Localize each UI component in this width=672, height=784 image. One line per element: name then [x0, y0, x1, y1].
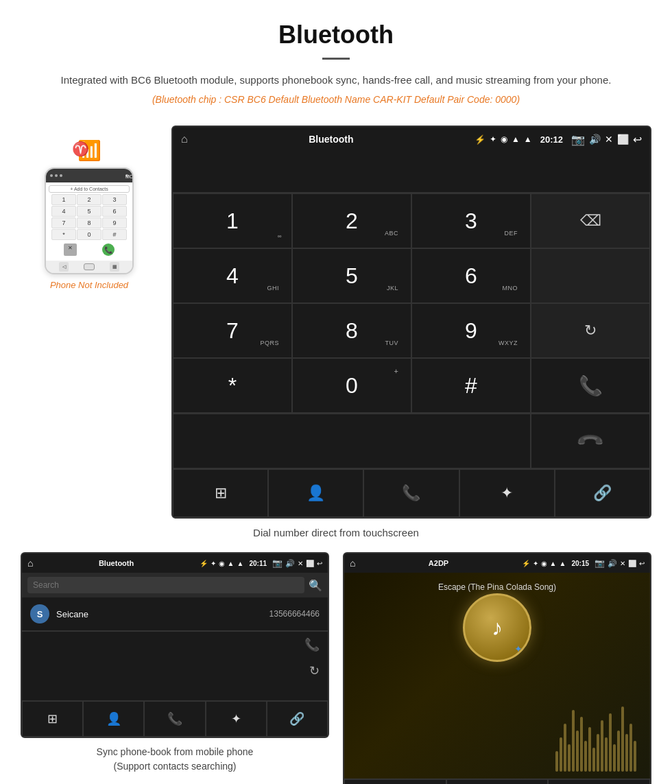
phone-back-btn: ◁	[59, 262, 69, 272]
dial-bottom-link[interactable]: 🔗	[555, 469, 650, 517]
dial-key-hash[interactable]: #	[411, 358, 531, 413]
dial-display-row	[173, 152, 650, 193]
dial-screen: ⌂ Bluetooth ⚡ ✦ ◉ ▲ ▲ 20:12 📷 🔊 ✕ ⬜ ↩ 1 …	[171, 126, 651, 519]
pb-win-icon[interactable]: ⬜	[306, 560, 314, 567]
music-bt-icon: ✦	[533, 560, 538, 567]
phone-key-5: 5	[77, 206, 101, 217]
pb-refresh-icon[interactable]: ↻	[309, 663, 320, 678]
phone-key-1: 1	[51, 194, 76, 205]
dial-key-1[interactable]: 1 ∞	[173, 193, 292, 248]
dial-key-0[interactable]: 0 +	[292, 358, 411, 413]
refresh-icon: ↻	[584, 322, 597, 340]
music-sig-icon: ▲	[550, 560, 557, 567]
dial-key-4[interactable]: 4 GHI	[173, 248, 292, 303]
pb-close-icon[interactable]: ✕	[298, 560, 303, 567]
dial-call-green[interactable]: 📞	[531, 358, 650, 413]
dial-screen-title: Bluetooth	[192, 134, 470, 145]
signal-icon: ▲	[512, 134, 520, 144]
phone-key-9: 9	[102, 217, 127, 228]
pb-bt-icon: ✦	[211, 560, 216, 567]
pb-nav-link[interactable]: 🔗	[267, 701, 328, 737]
call-green-icon: 📞	[579, 375, 603, 397]
pb-home-icon[interactable]: ⌂	[27, 558, 33, 569]
dial-bottom-person[interactable]: 👤	[268, 469, 363, 517]
dialpad-icon: ⊞	[215, 484, 227, 502]
music-close-icon[interactable]: ✕	[620, 560, 625, 567]
dial-key-9[interactable]: 9 WXYZ	[411, 303, 531, 358]
bluetooth-icon: ✦	[501, 484, 513, 502]
dial-key-3[interactable]: 3 DEF	[411, 193, 531, 248]
dial-key-6[interactable]: 6 MNO	[411, 248, 531, 303]
camera-icon[interactable]: 📷	[571, 133, 585, 146]
pb-vol-icon[interactable]: 🔊	[285, 559, 295, 568]
search-icon[interactable]: 🔍	[309, 579, 322, 592]
contact-seicane[interactable]: S Seicane 13566664466	[22, 597, 328, 631]
bt-status-icon: ✦	[490, 134, 496, 144]
dial-cell-empty-2	[531, 248, 650, 303]
music-prev-btn[interactable]: ⏮	[344, 779, 446, 784]
pb-back-icon[interactable]: ↩	[317, 560, 322, 567]
bluetooth-small-icon: ♈	[72, 141, 89, 157]
music-screen: ⌂ A2DP ⚡ ✦ ◉ ▲ ▲ 20:15 📷 🔊 ✕ ⬜ ↩	[343, 552, 651, 784]
dial-cell-refresh[interactable]: ↻	[531, 303, 650, 358]
music-back-icon[interactable]: ↩	[639, 560, 645, 567]
usb-icon: ⚡	[475, 134, 485, 145]
music-play-pause-btn[interactable]: ⏯	[446, 779, 549, 784]
phonebook-search-input[interactable]	[27, 577, 304, 593]
dial-key-2[interactable]: 2 ABC	[292, 193, 411, 248]
dial-key-8[interactable]: 8 TUV	[292, 303, 411, 358]
volume-icon[interactable]: 🔊	[589, 134, 601, 145]
contact-row: S Seicane 13566664466	[22, 597, 328, 632]
phone-add-contacts: + Add to Contacts	[49, 185, 130, 193]
pb-call-icon[interactable]: 📞	[304, 637, 320, 652]
phonebook-bottom-nav: ⊞ 👤 📞 ✦ 🔗	[22, 700, 328, 737]
phonebook-caption: Sync phone-book from mobile phone (Suppo…	[21, 738, 329, 784]
dial-bottom-row: ⊞ 👤 📞 ✦ 🔗	[173, 468, 650, 517]
close-icon[interactable]: ✕	[605, 134, 613, 145]
dial-key-5[interactable]: 5 JKL	[292, 248, 411, 303]
pb-nav-person[interactable]: 👤	[83, 701, 144, 737]
phone-key-star: *	[51, 229, 76, 240]
pb-nav-phone[interactable]: 📞	[144, 701, 205, 737]
music-home-icon[interactable]: ⌂	[350, 558, 355, 569]
title-divider	[322, 58, 350, 60]
music-cam-icon[interactable]: 📷	[595, 558, 605, 568]
dial-bottom-dialpad[interactable]: ⊞	[173, 469, 268, 517]
phonebook-col: ⌂ Bluetooth ⚡ ✦ ◉ ▲ ▲ 20:11 📷 🔊 ✕ ⬜ ↩	[21, 552, 329, 784]
music-vol-icon[interactable]: 🔊	[608, 559, 617, 568]
music-content-area: Escape (The Pina Colada Song) ♪ ✦	[344, 573, 650, 779]
pb-sig-icon: ▲	[228, 560, 235, 567]
dial-key-star[interactable]: *	[173, 358, 292, 413]
pb-title: Bluetooth	[36, 559, 196, 567]
dial-bottom-phone[interactable]: 📞	[363, 469, 459, 517]
phone-brand-label: MOTO	[125, 174, 128, 177]
phone-screen-bar: MOTO	[46, 169, 132, 182]
contact-name: Seicane	[56, 609, 263, 619]
home-icon[interactable]: ⌂	[181, 133, 188, 145]
dial-bottom-bluetooth[interactable]: ✦	[459, 469, 555, 517]
music-statusbar: ⌂ A2DP ⚡ ✦ ◉ ▲ ▲ 20:15 📷 🔊 ✕ ⬜ ↩	[344, 554, 650, 573]
phone-call-row: ✕ 📞	[49, 241, 130, 258]
phone-key-0: 0	[77, 229, 101, 240]
backspace-icon[interactable]: ⌫	[580, 212, 601, 230]
pb-phone-icon: 📞	[167, 711, 182, 726]
dial-call-red[interactable]: 📞	[531, 414, 650, 468]
pb-link-icon: 🔗	[289, 711, 304, 726]
pb-nav-bluetooth[interactable]: ✦	[206, 701, 267, 737]
link-icon: 🔗	[593, 484, 612, 502]
music-win-icon[interactable]: ⬜	[628, 560, 636, 567]
pb-nav-dialpad[interactable]: ⊞	[22, 701, 83, 737]
screens-grid: ⌂ Bluetooth ⚡ ✦ ◉ ▲ ▲ 20:11 📷 🔊 ✕ ⬜ ↩	[21, 552, 651, 784]
music-next-btn[interactable]: ⏭	[548, 779, 650, 784]
pb-person-icon: 👤	[106, 711, 121, 726]
pb-cam-icon[interactable]: 📷	[272, 558, 283, 568]
phone-key-2: 2	[77, 194, 101, 205]
back-icon[interactable]: ↩	[633, 133, 642, 146]
phone-bottom-bar: ◁ ▦	[46, 261, 132, 273]
music-title: A2DP	[358, 559, 518, 567]
dial-statusbar: ⌂ Bluetooth ⚡ ✦ ◉ ▲ ▲ 20:12 📷 🔊 ✕ ⬜ ↩	[173, 127, 650, 152]
phone-end-btn: ✕	[64, 243, 77, 256]
window-icon[interactable]: ⬜	[617, 134, 629, 145]
dial-key-7[interactable]: 7 PQRS	[173, 303, 292, 358]
phonebook-search-bar: 🔍	[22, 573, 328, 597]
